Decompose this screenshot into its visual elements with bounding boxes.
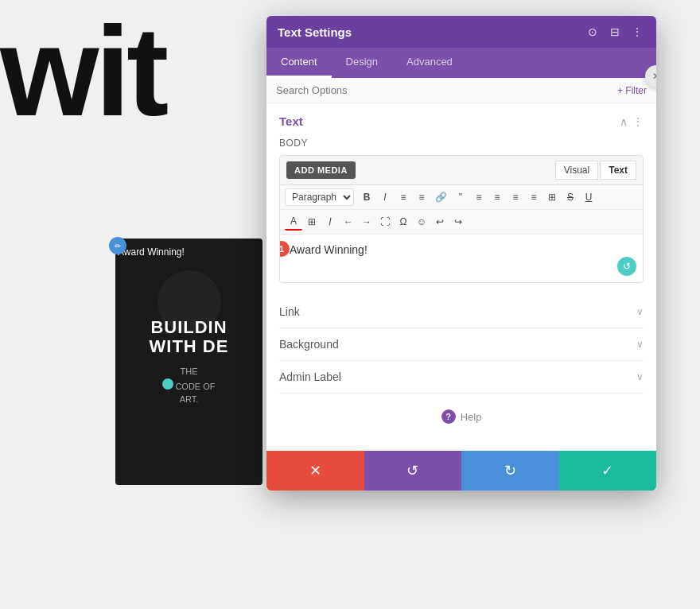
accordion-background-arrow: ∨ xyxy=(636,339,644,350)
editor-top-bar: ADD MEDIA Visual Text xyxy=(280,156,643,185)
italic2-button[interactable]: I xyxy=(321,213,339,231)
accordion-link[interactable]: Link ∨ xyxy=(279,296,644,328)
tab-visual[interactable]: Visual xyxy=(555,161,598,180)
help-label[interactable]: Help xyxy=(461,411,482,423)
italic-button[interactable]: I xyxy=(376,188,394,206)
fullscreen-button[interactable]: ⛶ xyxy=(376,213,394,231)
step-badge: 1 xyxy=(279,241,290,257)
underline-button[interactable]: U xyxy=(580,188,597,206)
refresh-button[interactable]: ↺ xyxy=(617,257,636,276)
columns-icon[interactable]: ⊟ xyxy=(607,24,623,40)
accordion-background[interactable]: Background ∨ xyxy=(279,328,644,361)
section-more-icon[interactable]: ⋮ xyxy=(632,115,644,128)
emoji-button[interactable]: ☺ xyxy=(413,213,430,231)
accordion-link-label: Link xyxy=(279,305,300,318)
link-button[interactable]: 🔗 xyxy=(431,188,451,206)
tab-design[interactable]: Design xyxy=(332,48,392,78)
unordered-list-button[interactable]: ≡ xyxy=(395,188,412,206)
panel-content: Text ∧ ⋮ Body ADD MEDIA Visual Text xyxy=(266,103,656,451)
redo-editor-button[interactable]: ↪ xyxy=(449,213,467,231)
panel-header: Text Settings ⊙ ⊟ ⋮ xyxy=(266,16,656,48)
tab-advanced[interactable]: Advanced xyxy=(392,48,467,78)
more-formats-button[interactable]: ⊞ xyxy=(303,213,321,231)
tab-content[interactable]: Content xyxy=(266,48,332,78)
align-center-button[interactable]: ≡ xyxy=(488,188,506,206)
editor-text: Award Winning! xyxy=(290,243,368,256)
settings-panel: Text Settings ⊙ ⊟ ⋮ Content Design Advan… xyxy=(266,16,656,491)
accordion-admin-arrow: ∨ xyxy=(636,371,644,382)
panel-header-icons: ⊙ ⊟ ⋮ xyxy=(585,24,645,40)
align-justify-button[interactable]: ≡ xyxy=(525,188,542,206)
editor-view-tabs: Visual Text xyxy=(555,161,636,180)
accordion-admin-label[interactable]: Admin Label ∨ xyxy=(279,361,644,394)
paragraph-select[interactable]: Paragraph xyxy=(285,188,354,206)
text-color-button[interactable]: A xyxy=(285,213,302,231)
help-icon[interactable]: ? xyxy=(441,409,456,424)
accordion-background-label: Background xyxy=(279,338,339,351)
save-button[interactable]: ✓ xyxy=(559,451,657,491)
toolbar-row-1: Paragraph B I ≡ ≡ 🔗 " ≡ ≡ ≡ ≡ ⊞ S U xyxy=(280,185,643,210)
redo-button[interactable]: ↻ xyxy=(461,451,559,491)
section-header: Text ∧ ⋮ xyxy=(279,114,644,128)
toolbar-row-2: A ⊞ I ← → ⛶ Ω ☺ ↩ ↪ xyxy=(280,210,643,235)
settings-icon[interactable]: ⊙ xyxy=(585,24,601,40)
search-bar: + Filter xyxy=(266,78,656,103)
outdent-button[interactable]: ← xyxy=(340,213,357,231)
accordion-link-arrow: ∨ xyxy=(636,306,644,317)
undo-editor-button[interactable]: ↩ xyxy=(431,213,449,231)
indent-button[interactable]: → xyxy=(358,213,375,231)
editor-wrapper: ADD MEDIA Visual Text Paragraph B I ≡ ≡ … xyxy=(279,155,644,283)
blockquote-button[interactable]: " xyxy=(452,188,469,206)
undo-button[interactable]: ↺ xyxy=(364,451,462,491)
table-button[interactable]: ⊞ xyxy=(543,188,561,206)
search-input[interactable] xyxy=(276,84,617,96)
body-field-label: Body xyxy=(279,138,644,149)
special-char-button[interactable]: Ω xyxy=(395,213,412,231)
bold-button[interactable]: B xyxy=(358,188,375,206)
add-media-button[interactable]: ADD MEDIA xyxy=(286,161,356,179)
section-icons: ∧ ⋮ xyxy=(620,115,644,128)
ordered-list-button[interactable]: ≡ xyxy=(413,188,430,206)
filter-button[interactable]: + Filter xyxy=(617,85,647,96)
strikethrough-button[interactable]: S xyxy=(562,188,579,206)
help-section: ? Help xyxy=(279,394,644,440)
action-bar: ✕ ↺ ↻ ✓ xyxy=(266,451,656,491)
align-left-button[interactable]: ≡ xyxy=(470,188,488,206)
tab-text[interactable]: Text xyxy=(600,161,636,180)
section-title: Text xyxy=(279,114,303,128)
cancel-button[interactable]: ✕ xyxy=(266,451,364,491)
more-options-icon[interactable]: ⋮ xyxy=(629,24,645,40)
panel-title: Text Settings xyxy=(278,25,352,39)
modal-overlay: Text Settings ⊙ ⊟ ⋮ Content Design Advan… xyxy=(0,0,700,609)
editor-content[interactable]: 1 Award Winning! ↺ xyxy=(280,235,643,282)
accordion-admin-label-text: Admin Label xyxy=(279,370,341,383)
align-right-button[interactable]: ≡ xyxy=(507,188,524,206)
collapse-icon[interactable]: ∧ xyxy=(620,115,628,128)
panel-tabs: Content Design Advanced xyxy=(266,48,656,78)
